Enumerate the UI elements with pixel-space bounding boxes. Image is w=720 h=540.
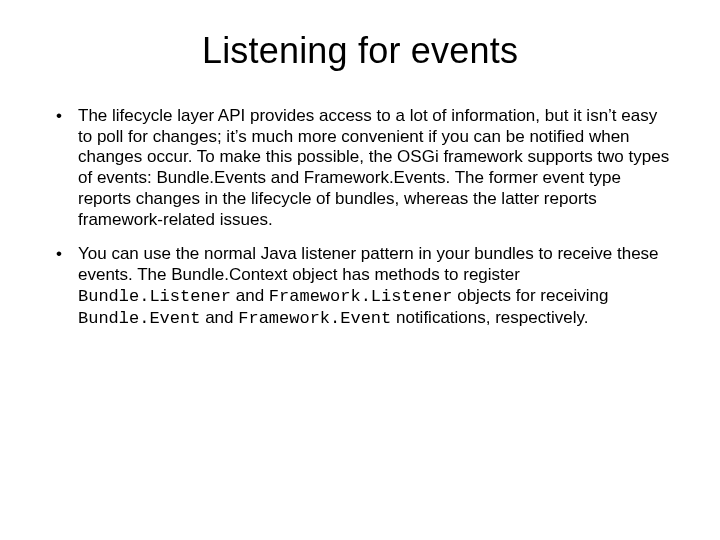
bullet-text-mid: and bbox=[231, 286, 269, 305]
list-item: You can use the normal Java listener pat… bbox=[50, 244, 670, 329]
bullet-text-mid: and bbox=[200, 308, 238, 327]
slide-title: Listening for events bbox=[40, 30, 680, 72]
bullet-text-prefix: You can use the normal Java listener pat… bbox=[78, 244, 659, 284]
bullet-text: The lifecycle layer API provides access … bbox=[78, 106, 669, 229]
code-framework-event: Framework.Event bbox=[238, 309, 391, 328]
list-item: The lifecycle layer API provides access … bbox=[50, 106, 670, 230]
code-bundle-event: Bundle.Event bbox=[78, 309, 200, 328]
bullet-list: The lifecycle layer API provides access … bbox=[40, 106, 680, 329]
bullet-text-suffix: notifications, respectively. bbox=[391, 308, 588, 327]
code-bundle-listener: Bundle.Listener bbox=[78, 287, 231, 306]
bullet-text-mid: objects for receiving bbox=[452, 286, 608, 305]
code-framework-listener: Framework.Listener bbox=[269, 287, 453, 306]
slide: Listening for events The lifecycle layer… bbox=[0, 0, 720, 540]
